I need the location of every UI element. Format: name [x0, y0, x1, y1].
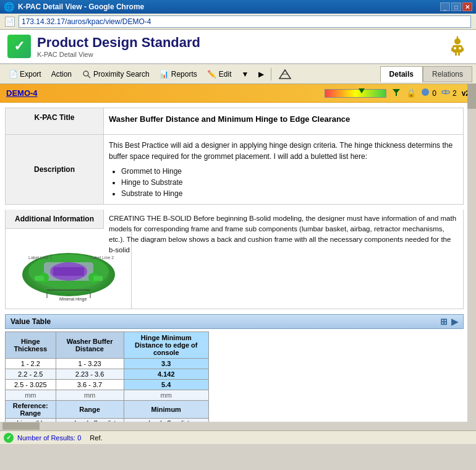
additional-label: Additional Information	[5, 210, 104, 229]
cell-2-1: 2.2 - 2.5	[6, 369, 56, 379]
svg-rect-8	[456, 38, 459, 41]
bullet-item-1: Grommet to Hinge	[121, 166, 458, 177]
kpac-title-content: Washer Buffer Distance and Minimum Hinge…	[104, 108, 464, 135]
svg-text:Minimal Hinge: Minimal Hinge	[59, 297, 87, 302]
description-text: This Best Practice will aid a designer i…	[109, 140, 458, 162]
bullet-item-2: Hinge to Substrate	[121, 177, 458, 188]
cell-1-3: 3.3	[124, 358, 209, 369]
proximity-search-button[interactable]: Proximity Search	[77, 67, 154, 82]
bullet-list: Grommet to Hinge Hinge to Substrate Subs…	[121, 166, 458, 199]
app-icon: 🌐	[4, 2, 14, 12]
scrollbar-thumb[interactable]	[467, 84, 476, 109]
additional-content: CREATING THE B-SOLID Before beginning B-…	[104, 210, 464, 309]
reports-button[interactable]: 📊 Reports	[155, 67, 202, 82]
unit-2: mm	[56, 390, 124, 400]
svg-rect-28	[93, 276, 103, 281]
close-button[interactable]: ✕	[462, 2, 472, 11]
col-header-2: Washer Buffer Distance	[56, 331, 124, 358]
export-button[interactable]: 📄 Export	[4, 67, 46, 82]
window-title: K-PAC Detail View - Google Chrome	[18, 2, 144, 11]
minimize-button[interactable]: _	[440, 2, 450, 11]
cell-2-3: 4.142	[124, 369, 209, 379]
table-arrow-icon[interactable]: ▶	[451, 317, 458, 327]
additional-section: Additional Information	[5, 210, 464, 309]
table-row-unit: mm mm mm	[6, 390, 209, 400]
demo-link[interactable]: DEMO-4	[6, 88, 38, 98]
status-icon: ✓	[4, 433, 14, 443]
action-button[interactable]: Action	[47, 67, 76, 82]
svg-rect-7	[458, 53, 460, 56]
edit-button[interactable]: ✏️ Edit	[203, 67, 236, 82]
toolbar: 📄 Export Action Proximity Search 📊 Repor…	[0, 64, 476, 84]
app-title: Product Design Standard	[37, 35, 200, 51]
svg-point-11	[83, 71, 88, 76]
address-bar: 📄	[0, 14, 476, 30]
value-table-header: Value Table ⊞ ▶	[5, 314, 464, 329]
page-icon: 📄	[5, 17, 15, 27]
app-header: ✓ Product Design Standard K-PAC Detail V…	[0, 30, 476, 64]
status-bar: ✓ Number of Results: 0 Ref.	[0, 430, 476, 444]
kpac-badge: ✓	[7, 35, 31, 58]
kpac-title-label: K-PAC Title	[5, 108, 104, 135]
link-indicator: 2	[441, 88, 457, 98]
svg-rect-4	[451, 48, 454, 51]
description-label: Description	[5, 135, 104, 205]
horizontal-scrollbar[interactable]	[0, 422, 467, 430]
unit-3: mm	[124, 390, 209, 400]
maximize-button[interactable]: □	[451, 2, 461, 11]
cell-1-2: 1 - 3.23	[56, 358, 124, 369]
progress-bar	[325, 89, 386, 98]
svg-rect-6	[455, 53, 457, 56]
edit-icon: ✏️	[207, 69, 217, 79]
title-description-section: K-PAC Title Washer Buffer Distance and M…	[5, 108, 464, 135]
app-subtitle: K-PAC Detail View	[37, 51, 200, 58]
relations-tab[interactable]: Relations	[423, 66, 472, 82]
cell-3-1: 2.5 - 3.025	[6, 379, 56, 390]
svg-rect-24	[53, 267, 84, 276]
col-header-3: Hinge Minimum Distance to edge of consol…	[124, 331, 209, 358]
ref-label: Ref.	[90, 434, 102, 442]
table-row: 2.2 - 2.5 2.23 - 3.6 4.142	[6, 369, 209, 379]
value-table: Hinge Thickness Washer Buffer Distance H…	[5, 331, 209, 429]
title-bar: 🌐 K-PAC Detail View - Google Chrome _ □ …	[0, 0, 476, 14]
ref-2: Range	[56, 400, 124, 418]
tool-icon-1[interactable]	[274, 67, 296, 82]
hscroll-thumb[interactable]	[2, 422, 40, 430]
expand-icon[interactable]: ⊞	[440, 317, 448, 327]
ref-1: Reference: Range	[6, 400, 56, 418]
svg-line-12	[88, 75, 90, 78]
document-title: Washer Buffer Distance and Minimum Hinge…	[109, 113, 458, 126]
link-icon	[441, 88, 450, 98]
cell-3-3: 5.4	[124, 379, 209, 390]
ref-indicator: 0	[421, 88, 436, 98]
description-section: Description This Best Practice will aid …	[5, 135, 464, 205]
main-content: DEMO-4 🔒 0 2 v2	[0, 84, 476, 444]
description-content: This Best Practice will aid a designer i…	[104, 135, 464, 205]
ref-count: 0	[432, 89, 436, 98]
details-tab[interactable]: Details	[380, 66, 423, 82]
svg-text:Label Line 1: Label Line 1	[28, 255, 52, 260]
cell-3-2: 3.6 - 3.7	[56, 379, 124, 390]
reports-label: Reports	[171, 70, 197, 79]
reports-icon: 📊	[159, 69, 169, 79]
content-scroll[interactable]: K-PAC Title Washer Buffer Distance and M…	[0, 103, 476, 444]
demo-right: 🔒 0 2 v2	[325, 87, 470, 99]
address-input[interactable]	[19, 15, 471, 28]
export-icon: 📄	[8, 69, 18, 79]
svg-point-3	[459, 47, 461, 49]
arrow-button[interactable]: ▶	[254, 67, 268, 82]
cell-1-1: 1 - 2.2	[6, 358, 56, 369]
svg-point-10	[457, 36, 459, 38]
menu-dropdown-button[interactable]: ▼	[237, 67, 253, 82]
edit-label: Edit	[219, 70, 232, 79]
unit-1: mm	[6, 390, 56, 400]
table-row: 2.5 - 3.025 3.6 - 3.7 5.4	[6, 379, 209, 390]
proximity-label: Proximity Search	[93, 70, 150, 79]
table-row: 1 - 2.2 1 - 3.23 3.3	[6, 358, 209, 369]
scrollbar-track[interactable]	[467, 84, 476, 430]
results-count: 0	[77, 434, 81, 442]
svg-point-16	[422, 88, 429, 96]
tab-group: Details Relations	[380, 66, 472, 82]
lock-icon: 🔒	[406, 88, 416, 98]
demo-bar: DEMO-4 🔒 0 2 v2	[0, 84, 476, 103]
